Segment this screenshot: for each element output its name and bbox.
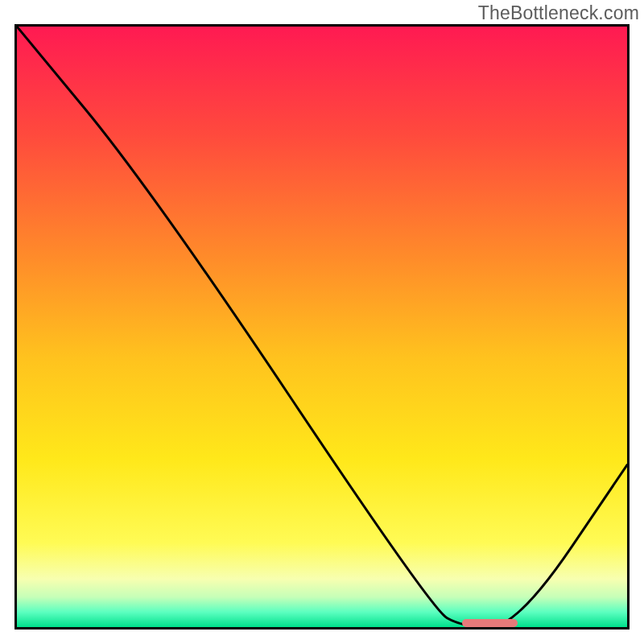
- curve-layer: [17, 27, 627, 627]
- bottleneck-curve-path: [17, 27, 627, 627]
- watermark-text: TheBottleneck.com: [478, 2, 639, 24]
- optimal-range-marker: [462, 619, 517, 627]
- chart-container: TheBottleneck.com: [0, 0, 644, 644]
- plot-area: [14, 24, 630, 630]
